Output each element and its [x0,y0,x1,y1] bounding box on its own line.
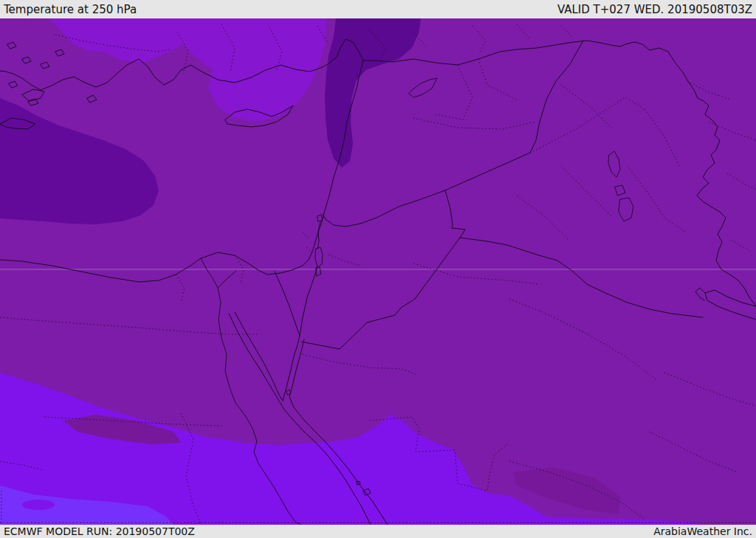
map-canvas [0,18,756,525]
temperature-shading-layer [0,18,756,525]
footer-bar: ECMWF MODEL RUN: 20190507T00Z ArabiaWeat… [0,525,756,538]
credit-label: ArabiaWeather Inc. [653,525,752,537]
map-title: Temperature at 250 hPa [4,3,137,16]
model-run-label: ECMWF MODEL RUN: 20190507T00Z [4,525,195,537]
valid-time-label: VALID T+027 WED. 20190508T03Z [557,3,752,16]
weather-map [0,18,756,525]
header-bar: Temperature at 250 hPa VALID T+027 WED. … [0,0,756,18]
